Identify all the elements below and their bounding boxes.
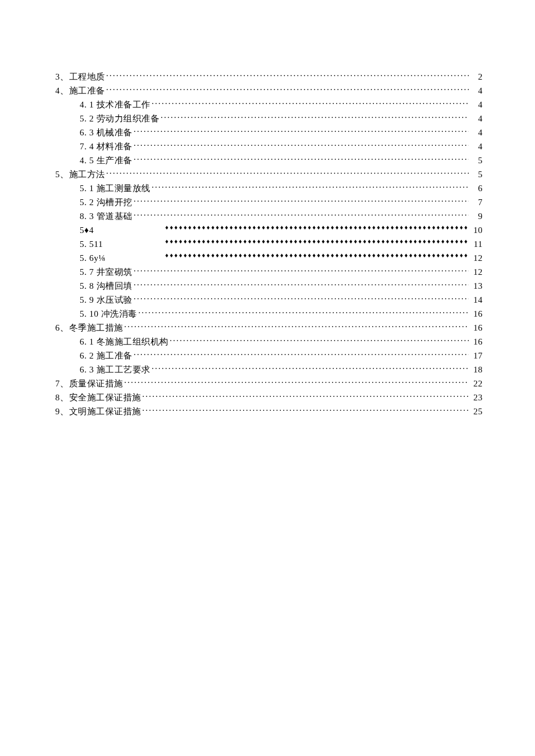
toc-entry-page: 17 — [470, 349, 483, 363]
dot-leader-icon — [134, 141, 469, 149]
toc-entry-label: 6. 2 施工准备 — [80, 349, 133, 363]
toc-entry-label: 6. 3 机械准备 — [80, 126, 133, 139]
toc-entry-page: 16 — [470, 321, 483, 335]
toc-entry-label: 8、安全施工保证措施 — [55, 390, 141, 404]
toc-entry: 5. 2 沟槽开挖7 — [55, 195, 483, 209]
toc-entry-label: 5. 7 井室砌筑 — [80, 265, 133, 279]
toc-entry: 5♦410 — [55, 223, 483, 237]
diamond-leader-icon — [165, 238, 469, 247]
toc-entry-page: 18 — [470, 363, 483, 377]
dot-leader-icon — [134, 196, 469, 205]
toc-entry-page: 4 — [470, 126, 483, 139]
toc-entry: 5. 9 水压试验14 — [55, 293, 483, 307]
dot-leader-icon — [134, 350, 469, 359]
dot-leader-icon — [134, 266, 469, 275]
toc-entry-label: 5. 2 劳动力组织准备 — [80, 112, 159, 126]
toc-entry-label: 4. 5 生产准备 — [80, 153, 133, 167]
toc-entry-label: 6、冬季施工措施 — [55, 321, 123, 335]
toc-entry-page: 12 — [470, 265, 483, 279]
toc-entry-page: 4 — [470, 139, 483, 153]
dot-leader-icon — [124, 322, 469, 331]
toc-entry-label: 7. 4 材料准备 — [80, 139, 133, 153]
toc-entry: 5. 10 冲洗消毒16 — [55, 307, 483, 321]
toc-entry-label: 3、工程地质 — [55, 70, 105, 84]
dot-leader-icon — [152, 364, 469, 372]
toc-entry: 4. 5 生产准备5 — [55, 153, 483, 167]
toc-entry-page: 14 — [470, 293, 483, 307]
toc-entry: 6、冬季施工措施16 — [55, 321, 483, 335]
toc-entry: 6. 3 施工工艺要求18 — [55, 363, 483, 377]
toc-entry: 8、安全施工保证措施23 — [55, 390, 483, 404]
dot-leader-icon — [134, 210, 469, 219]
dot-leader-icon — [106, 71, 469, 80]
toc-entry-label: 5. 511 — [80, 237, 164, 251]
toc-entry: 5. 51111 — [55, 237, 483, 251]
toc-entry: 7、质量保证措施22 — [55, 377, 483, 390]
dot-leader-icon — [124, 378, 469, 386]
toc-entry-page: 4 — [470, 98, 483, 112]
toc-entry-label: 5. 8 沟槽回填 — [80, 279, 133, 293]
dot-leader-icon — [106, 169, 469, 177]
toc-entry-page: 10 — [470, 223, 483, 237]
diamond-leader-icon — [165, 224, 469, 233]
dot-leader-icon — [134, 155, 469, 163]
toc-entry: 3、工程地质2 — [55, 70, 483, 84]
toc-entry-page: 16 — [470, 335, 483, 349]
toc-entry: 6. 2 施工准备17 — [55, 349, 483, 363]
dot-leader-icon — [152, 99, 469, 108]
toc-entry-label: 5♦4 — [80, 223, 164, 237]
toc-entry-label: 6. 1 冬施施工组织机构 — [80, 335, 169, 349]
toc-entry-page: 9 — [470, 209, 483, 223]
dot-leader-icon — [152, 182, 469, 191]
toc-entry: 5. 7 井室砌筑12 — [55, 265, 483, 279]
dot-leader-icon — [170, 336, 469, 345]
toc-entry-label: 5. 9 水压试验 — [80, 293, 133, 307]
toc-entry-label: 5. 2 沟槽开挖 — [80, 195, 133, 209]
diamond-leader-icon — [165, 252, 469, 261]
toc-entry-page: 4 — [470, 112, 483, 126]
dot-leader-icon — [134, 127, 469, 135]
toc-entry-page: 5 — [470, 167, 483, 181]
toc-entry-page: 25 — [470, 404, 483, 418]
table-of-contents: 3、工程地质24、施工准备44. 1 技术准备工作45. 2 劳动力组织准备46… — [55, 70, 483, 418]
toc-entry-page: 5 — [470, 153, 483, 167]
toc-entry-label: 8. 3 管道基础 — [80, 209, 133, 223]
toc-entry-label: 5. 10 冲洗消毒 — [80, 307, 137, 321]
toc-entry-page: 22 — [470, 377, 483, 390]
toc-entry: 5. 8 沟槽回填13 — [55, 279, 483, 293]
toc-entry-label: 5. 1 施工测量放线 — [80, 181, 151, 195]
toc-entry: 6. 1 冬施施工组织机构16 — [55, 335, 483, 349]
toc-entry: 5、施工方法5 — [55, 167, 483, 181]
toc-entry: 9、文明施工保证措施25 — [55, 404, 483, 418]
dot-leader-icon — [138, 308, 469, 317]
toc-entry-page: 2 — [470, 70, 483, 84]
toc-entry: 7. 4 材料准备4 — [55, 139, 483, 153]
toc-entry-label: 5、施工方法 — [55, 167, 105, 181]
toc-entry-label: 4. 1 技术准备工作 — [80, 98, 151, 112]
toc-entry-label: 7、质量保证措施 — [55, 377, 123, 390]
toc-entry-page: 7 — [470, 195, 483, 209]
toc-entry-page: 11 — [470, 237, 483, 251]
toc-entry: 8. 3 管道基础9 — [55, 209, 483, 223]
dot-leader-icon — [134, 280, 469, 289]
toc-entry-page: 23 — [470, 390, 483, 404]
dot-leader-icon — [160, 113, 469, 121]
dot-leader-icon — [134, 294, 469, 303]
toc-entry-page: 4 — [470, 84, 483, 98]
toc-entry: 5. 6y⅛12 — [55, 251, 483, 265]
toc-entry-label: 4、施工准备 — [55, 84, 105, 98]
dot-leader-icon — [142, 392, 469, 400]
toc-entry-label: 5. 6y⅛ — [80, 251, 164, 265]
dot-leader-icon — [142, 406, 469, 414]
toc-entry-page: 12 — [470, 251, 483, 265]
toc-entry: 4. 1 技术准备工作4 — [55, 98, 483, 112]
toc-entry-page: 6 — [470, 181, 483, 195]
toc-entry: 6. 3 机械准备4 — [55, 126, 483, 139]
toc-entry-label: 6. 3 施工工艺要求 — [80, 363, 151, 377]
toc-entry: 5. 2 劳动力组织准备4 — [55, 112, 483, 126]
toc-entry: 4、施工准备4 — [55, 84, 483, 98]
toc-entry-page: 13 — [470, 279, 483, 293]
toc-entry: 5. 1 施工测量放线6 — [55, 181, 483, 195]
dot-leader-icon — [106, 85, 469, 94]
toc-entry-page: 16 — [470, 307, 483, 321]
